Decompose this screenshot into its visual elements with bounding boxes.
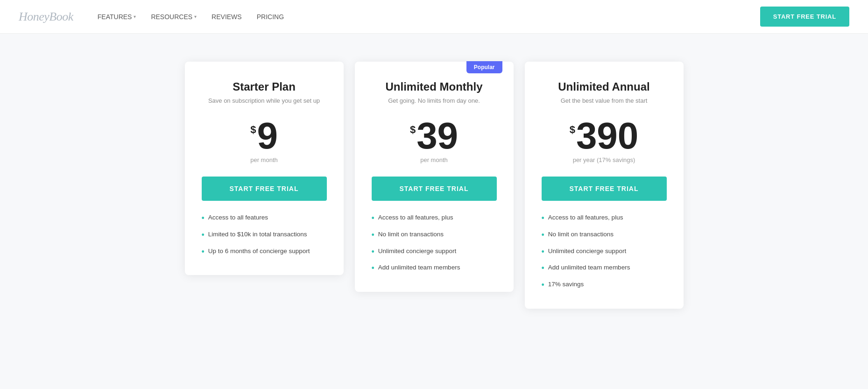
- unlimited-monthly-plan-subtitle: Get going. No limits from day one.: [372, 97, 497, 104]
- list-item: • No limit on transactions: [542, 231, 667, 240]
- unlimited-annual-plan-title: Unlimited Annual: [542, 80, 667, 93]
- unlimited-monthly-price-amount: 39: [416, 117, 458, 155]
- unlimited-monthly-price-period: per month: [372, 156, 497, 163]
- bullet-icon: •: [372, 231, 374, 240]
- unlimited-annual-features: • Access to all features, plus • No limi…: [542, 214, 667, 290]
- starter-plan-title: Starter Plan: [202, 80, 327, 93]
- bullet-icon: •: [542, 264, 544, 273]
- list-item: • 17% savings: [542, 281, 667, 290]
- nav-features[interactable]: FEATURES ▾: [92, 9, 142, 24]
- nav-reviews[interactable]: REVIEWS: [206, 9, 247, 24]
- bullet-icon: •: [542, 214, 544, 223]
- list-item: • Limited to $10k in total transactions: [202, 231, 327, 240]
- bullet-icon: •: [542, 281, 544, 290]
- bullet-icon: •: [372, 248, 374, 257]
- starter-cta-button[interactable]: START FREE TRIAL: [202, 177, 327, 201]
- unlimited-annual-price-period: per year (17% savings): [542, 156, 667, 163]
- chevron-down-icon: ▾: [194, 14, 197, 19]
- list-item: • No limit on transactions: [372, 231, 497, 240]
- unlimited-annual-price-dollar: $: [570, 124, 575, 136]
- starter-price-container: $ 9: [202, 117, 327, 155]
- nav-links: FEATURES ▾ RESOURCES ▾ REVIEWS PRICING: [92, 9, 760, 24]
- popular-badge: Popular: [466, 61, 502, 73]
- starter-features: • Access to all features • Limited to $1…: [202, 214, 327, 256]
- unlimited-annual-plan-card: Unlimited Annual Get the best value from…: [525, 62, 684, 309]
- starter-plan-subtitle: Save on subscription while you get set u…: [202, 97, 327, 104]
- unlimited-annual-cta-button[interactable]: START FREE TRIAL: [542, 177, 667, 201]
- list-item: • Unlimited concierge support: [542, 248, 667, 257]
- bullet-icon: •: [202, 214, 205, 223]
- list-item: • Unlimited concierge support: [372, 248, 497, 257]
- list-item: • Access to all features, plus: [372, 214, 497, 223]
- navigation: HoneyBook FEATURES ▾ RESOURCES ▾ REVIEWS…: [0, 0, 868, 34]
- list-item: • Add unlimited team members: [542, 264, 667, 273]
- bullet-icon: •: [542, 248, 544, 257]
- unlimited-annual-plan-subtitle: Get the best value from the start: [542, 97, 667, 104]
- starter-price-dollar: $: [250, 124, 256, 136]
- unlimited-monthly-features: • Access to all features, plus • No limi…: [372, 214, 497, 273]
- starter-price-amount: 9: [257, 117, 278, 155]
- starter-plan-card: Starter Plan Save on subscription while …: [185, 62, 344, 275]
- nav-pricing[interactable]: PRICING: [251, 9, 289, 24]
- unlimited-monthly-plan-card: Popular Unlimited Monthly Get going. No …: [355, 62, 514, 292]
- bullet-icon: •: [542, 231, 544, 240]
- bullet-icon: •: [372, 264, 374, 273]
- list-item: • Up to 6 months of concierge support: [202, 248, 327, 257]
- nav-start-trial-button[interactable]: START FREE TRIAL: [760, 7, 849, 27]
- list-item: • Access to all features: [202, 214, 327, 223]
- logo: HoneyBook: [19, 10, 73, 24]
- unlimited-annual-price-amount: 390: [576, 117, 638, 155]
- unlimited-monthly-plan-title: Unlimited Monthly: [372, 80, 497, 93]
- plans-container: Starter Plan Save on subscription while …: [179, 62, 689, 309]
- unlimited-monthly-price-dollar: $: [410, 124, 416, 136]
- chevron-down-icon: ▾: [134, 14, 136, 19]
- list-item: • Access to all features, plus: [542, 214, 667, 223]
- nav-resources[interactable]: RESOURCES ▾: [145, 9, 202, 24]
- bullet-icon: •: [202, 231, 205, 240]
- unlimited-monthly-cta-button[interactable]: START FREE TRIAL: [372, 177, 497, 201]
- pricing-section: Starter Plan Save on subscription while …: [0, 34, 868, 337]
- starter-price-period: per month: [202, 156, 327, 163]
- bullet-icon: •: [372, 214, 374, 223]
- unlimited-monthly-price-container: $ 39: [372, 117, 497, 155]
- list-item: • Add unlimited team members: [372, 264, 497, 273]
- bullet-icon: •: [202, 248, 205, 257]
- unlimited-annual-price-container: $ 390: [542, 117, 667, 155]
